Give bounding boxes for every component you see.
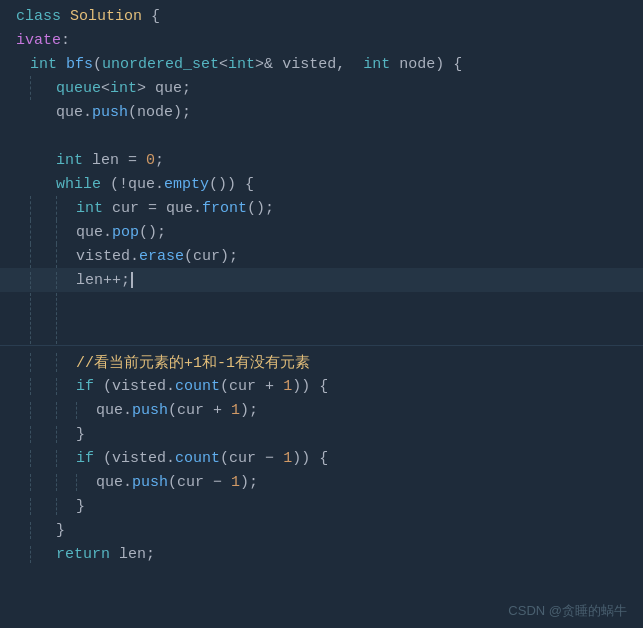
code-line-3: int bfs(unordered_set<int>& visted, int … bbox=[0, 52, 643, 76]
code-line-12: len++; bbox=[0, 268, 643, 292]
code-line-20: } bbox=[0, 494, 643, 518]
code-line-16: que.push(cur + 1); bbox=[0, 398, 643, 422]
code-line-14: //看当前元素的+1和-1有没有元素 bbox=[0, 350, 643, 374]
return-type: int bbox=[30, 56, 66, 73]
code-line-8: while (!que.empty()) { bbox=[0, 172, 643, 196]
code-line-1: class Solution { bbox=[0, 4, 643, 28]
code-line-11: visted.erase(cur); bbox=[0, 244, 643, 268]
brace: { bbox=[142, 8, 160, 25]
code-line-22: return len; bbox=[0, 542, 643, 566]
text-cursor bbox=[131, 272, 133, 288]
code-line-4: queue<int> que; bbox=[0, 76, 643, 100]
code-line-5: que.push(node); bbox=[0, 100, 643, 124]
code-line-17: } bbox=[0, 422, 643, 446]
code-line-15: if (visted.count(cur + 1)) { bbox=[0, 374, 643, 398]
code-line-6 bbox=[0, 124, 643, 148]
code-line-21: } bbox=[0, 518, 643, 542]
code-editor: class Solution { ivate: int bfs(unordere… bbox=[0, 0, 643, 628]
code-line-19: que.push(cur − 1); bbox=[0, 470, 643, 494]
colon: : bbox=[61, 32, 70, 49]
class-name: Solution bbox=[70, 8, 142, 25]
code-line-9: int cur = que.front(); bbox=[0, 196, 643, 220]
code-line-18: if (visted.count(cur − 1)) { bbox=[0, 446, 643, 470]
code-line-2: ivate: bbox=[0, 28, 643, 52]
watermark: CSDN @贪睡的蜗牛 bbox=[508, 602, 627, 620]
function-name: bfs bbox=[66, 56, 93, 73]
keyword-private: ivate bbox=[16, 32, 61, 49]
code-line-13 bbox=[0, 292, 643, 346]
keyword-class: class bbox=[16, 8, 70, 25]
code-line-7: int len = 0; bbox=[0, 148, 643, 172]
code-line-10: que.pop(); bbox=[0, 220, 643, 244]
